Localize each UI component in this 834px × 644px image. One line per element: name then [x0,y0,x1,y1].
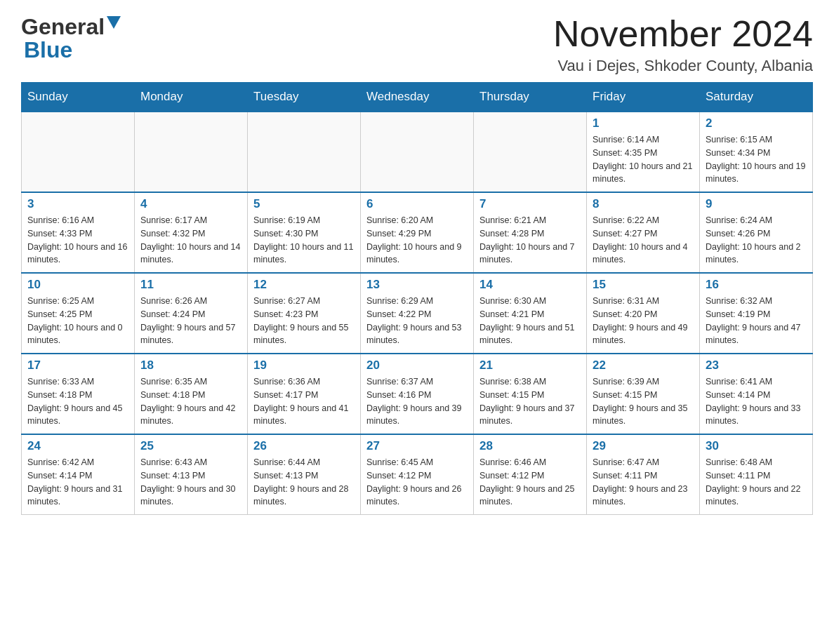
day-info: Sunrise: 6:43 AM Sunset: 4:13 PM Dayligh… [140,456,241,509]
day-info: Sunrise: 6:32 AM Sunset: 4:19 PM Dayligh… [706,295,807,347]
location-subtitle: Vau i Dejes, Shkoder County, Albania [553,57,813,75]
calendar-cell: 2Sunrise: 6:15 AM Sunset: 4:34 PM Daylig… [700,112,813,192]
calendar-cell: 12Sunrise: 6:27 AM Sunset: 4:23 PM Dayli… [248,273,361,354]
logo: General Blue [21,14,121,63]
day-number: 8 [593,197,694,211]
day-info: Sunrise: 6:46 AM Sunset: 4:12 PM Dayligh… [479,456,581,509]
day-number: 23 [706,358,807,373]
title-area: November 2024 Vau i Dejes, Shkoder Count… [553,14,813,75]
calendar-table: Sunday Monday Tuesday Wednesday Thursday… [21,82,813,515]
calendar-week-5: 24Sunrise: 6:42 AM Sunset: 4:14 PM Dayli… [22,434,813,515]
month-year-title: November 2024 [553,14,813,54]
day-number: 14 [479,278,581,292]
day-number: 18 [140,358,241,373]
calendar-cell: 19Sunrise: 6:36 AM Sunset: 4:17 PM Dayli… [248,354,361,434]
calendar-cell: 14Sunrise: 6:30 AM Sunset: 4:21 PM Dayli… [474,273,587,354]
day-number: 7 [479,197,581,211]
calendar-cell [22,112,135,192]
day-number: 9 [706,197,807,211]
day-info: Sunrise: 6:19 AM Sunset: 4:30 PM Dayligh… [253,214,355,267]
day-number: 3 [27,197,128,211]
col-thursday: Thursday [474,83,587,112]
day-info: Sunrise: 6:36 AM Sunset: 4:17 PM Dayligh… [253,375,355,428]
day-number: 25 [140,439,241,453]
day-info: Sunrise: 6:35 AM Sunset: 4:18 PM Dayligh… [140,375,241,428]
calendar-cell: 21Sunrise: 6:38 AM Sunset: 4:15 PM Dayli… [474,354,587,434]
day-info: Sunrise: 6:26 AM Sunset: 4:24 PM Dayligh… [140,295,241,347]
day-number: 11 [140,278,241,292]
day-info: Sunrise: 6:45 AM Sunset: 4:12 PM Dayligh… [366,456,468,509]
calendar-cell: 6Sunrise: 6:20 AM Sunset: 4:29 PM Daylig… [361,192,474,273]
calendar-cell: 16Sunrise: 6:32 AM Sunset: 4:19 PM Dayli… [700,273,813,354]
day-number: 29 [593,439,694,453]
day-number: 22 [593,358,694,373]
day-number: 27 [366,439,468,453]
day-info: Sunrise: 6:21 AM Sunset: 4:28 PM Dayligh… [479,214,581,267]
col-sunday: Sunday [22,83,135,112]
day-info: Sunrise: 6:44 AM Sunset: 4:13 PM Dayligh… [253,456,355,509]
col-wednesday: Wednesday [361,83,474,112]
day-info: Sunrise: 6:14 AM Sunset: 4:35 PM Dayligh… [593,133,694,186]
calendar-cell: 11Sunrise: 6:26 AM Sunset: 4:24 PM Dayli… [135,273,248,354]
day-number: 12 [253,278,355,292]
day-number: 17 [27,358,128,373]
day-number: 24 [27,439,128,453]
day-number: 1 [593,116,694,130]
day-number: 16 [706,278,807,292]
day-number: 5 [253,197,355,211]
calendar-cell: 7Sunrise: 6:21 AM Sunset: 4:28 PM Daylig… [474,192,587,273]
calendar-cell: 22Sunrise: 6:39 AM Sunset: 4:15 PM Dayli… [587,354,700,434]
page-header: General Blue November 2024 Vau i Dejes, … [21,14,813,75]
calendar-cell [474,112,587,192]
calendar-cell: 24Sunrise: 6:42 AM Sunset: 4:14 PM Dayli… [22,434,135,515]
calendar-cell: 20Sunrise: 6:37 AM Sunset: 4:16 PM Dayli… [361,354,474,434]
calendar-week-1: 1Sunrise: 6:14 AM Sunset: 4:35 PM Daylig… [22,112,813,192]
day-number: 21 [479,358,581,373]
calendar-cell: 23Sunrise: 6:41 AM Sunset: 4:14 PM Dayli… [700,354,813,434]
day-number: 15 [593,278,694,292]
day-number: 4 [140,197,241,211]
calendar-cell: 4Sunrise: 6:17 AM Sunset: 4:32 PM Daylig… [135,192,248,273]
calendar-cell: 3Sunrise: 6:16 AM Sunset: 4:33 PM Daylig… [22,192,135,273]
day-number: 26 [253,439,355,453]
day-info: Sunrise: 6:30 AM Sunset: 4:21 PM Dayligh… [479,295,581,347]
calendar-cell [248,112,361,192]
day-info: Sunrise: 6:41 AM Sunset: 4:14 PM Dayligh… [706,375,807,428]
svg-marker-0 [107,16,121,29]
calendar-week-2: 3Sunrise: 6:16 AM Sunset: 4:33 PM Daylig… [22,192,813,273]
logo-blue-text: Blue [24,37,72,63]
calendar-cell: 26Sunrise: 6:44 AM Sunset: 4:13 PM Dayli… [248,434,361,515]
calendar-cell: 15Sunrise: 6:31 AM Sunset: 4:20 PM Dayli… [587,273,700,354]
calendar-cell: 1Sunrise: 6:14 AM Sunset: 4:35 PM Daylig… [587,112,700,192]
calendar-cell: 13Sunrise: 6:29 AM Sunset: 4:22 PM Dayli… [361,273,474,354]
calendar-week-4: 17Sunrise: 6:33 AM Sunset: 4:18 PM Dayli… [22,354,813,434]
day-number: 13 [366,278,468,292]
calendar-cell: 17Sunrise: 6:33 AM Sunset: 4:18 PM Dayli… [22,354,135,434]
day-info: Sunrise: 6:27 AM Sunset: 4:23 PM Dayligh… [253,295,355,347]
day-info: Sunrise: 6:20 AM Sunset: 4:29 PM Dayligh… [366,214,468,267]
day-info: Sunrise: 6:33 AM Sunset: 4:18 PM Dayligh… [27,375,128,428]
calendar-cell: 28Sunrise: 6:46 AM Sunset: 4:12 PM Dayli… [474,434,587,515]
col-friday: Friday [587,83,700,112]
calendar-header-row: Sunday Monday Tuesday Wednesday Thursday… [22,83,813,112]
calendar-cell: 8Sunrise: 6:22 AM Sunset: 4:27 PM Daylig… [587,192,700,273]
calendar-cell: 30Sunrise: 6:48 AM Sunset: 4:11 PM Dayli… [700,434,813,515]
day-info: Sunrise: 6:38 AM Sunset: 4:15 PM Dayligh… [479,375,581,428]
day-info: Sunrise: 6:47 AM Sunset: 4:11 PM Dayligh… [593,456,694,509]
day-info: Sunrise: 6:16 AM Sunset: 4:33 PM Dayligh… [27,214,128,267]
day-info: Sunrise: 6:31 AM Sunset: 4:20 PM Dayligh… [593,295,694,347]
day-number: 2 [706,116,807,130]
calendar-cell: 5Sunrise: 6:19 AM Sunset: 4:30 PM Daylig… [248,192,361,273]
calendar-cell [135,112,248,192]
logo-triangle-icon [107,16,121,33]
calendar-cell [361,112,474,192]
day-number: 30 [706,439,807,453]
day-info: Sunrise: 6:39 AM Sunset: 4:15 PM Dayligh… [593,375,694,428]
day-number: 10 [27,278,128,292]
day-info: Sunrise: 6:48 AM Sunset: 4:11 PM Dayligh… [706,456,807,509]
day-info: Sunrise: 6:15 AM Sunset: 4:34 PM Dayligh… [706,133,807,186]
col-monday: Monday [135,83,248,112]
calendar-week-3: 10Sunrise: 6:25 AM Sunset: 4:25 PM Dayli… [22,273,813,354]
day-number: 19 [253,358,355,373]
day-info: Sunrise: 6:17 AM Sunset: 4:32 PM Dayligh… [140,214,241,267]
